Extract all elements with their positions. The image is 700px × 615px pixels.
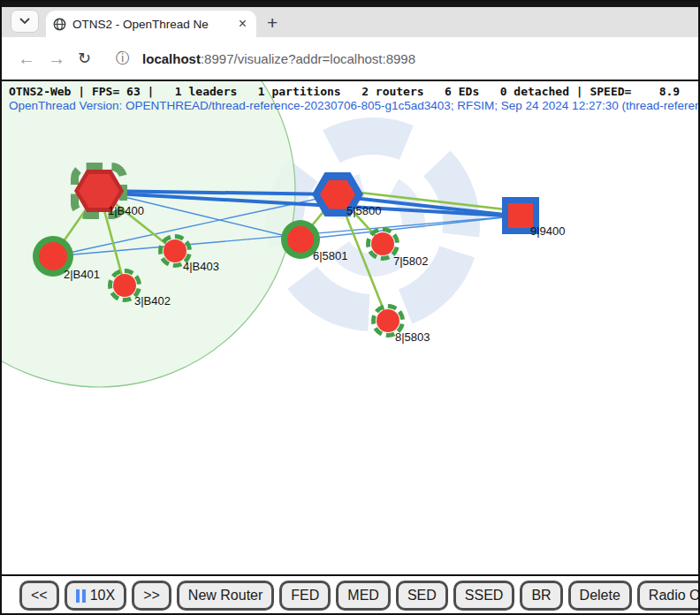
action-toolbar: <<10X>>New RouterFEDMEDSEDSSEDBRDeleteRa… [2,576,698,615]
radio-off-button-label: Radio Off [649,588,698,604]
pause-icon [76,589,86,603]
tab-strip: OTNS2 - OpenThread Ne × + [2,7,698,37]
br-button-label: BR [531,588,551,604]
delete-button-label: Delete [580,588,620,604]
network-links-layer [2,81,698,574]
tab-title: OTNS2 - OpenThread Ne [72,18,230,31]
back-icon[interactable]: ← [18,49,35,69]
sed-button-label: SED [407,588,437,604]
pause-speed-button[interactable]: 10X [65,581,126,611]
version-line: OpenThread Version: OPENTHREAD/thread-re… [9,99,698,112]
node-7-core [371,232,394,255]
med-button[interactable]: MED [336,581,391,611]
ssed-button[interactable]: SSED [453,581,515,611]
url-host: localhost [142,51,201,66]
sed-button[interactable]: SED [396,581,448,611]
site-info-icon[interactable]: ⓘ [116,49,130,68]
radio-range-circle [2,81,295,387]
tab-search-button[interactable] [11,10,39,33]
fed-button[interactable]: FED [279,581,331,611]
url-path: :8997/visualize?addr=localhost:8998 [201,51,415,66]
tab-close-icon[interactable]: × [236,17,249,31]
url-bar: ← → ↻ ⓘ localhost:8997/visualize?addr=lo… [2,37,698,80]
forward-icon[interactable]: → [48,49,65,69]
reload-icon[interactable]: ↻ [78,49,91,68]
speed-down-button-label: << [31,588,48,604]
new-tab-button[interactable]: + [256,12,288,37]
node-9-core [508,203,533,228]
browser-tab[interactable]: OTNS2 - OpenThread Ne × [46,11,256,37]
node-6-core [287,226,314,253]
pause-speed-button-label: 10X [90,588,115,604]
globe-favicon-icon [53,18,66,31]
node-4-label: 4|B403 [183,260,219,273]
node-7-label: 7|5802 [393,254,429,268]
br-button[interactable]: BR [520,581,562,611]
node-2-core [39,242,67,270]
speed-up-button-label: >> [143,588,160,604]
node-2-label: 2|B401 [64,268,100,281]
fed-button-label: FED [291,588,319,604]
node-8-core [377,309,399,332]
med-button-label: MED [347,588,379,604]
chevron-down-icon [19,18,30,25]
ssed-button-label: SSED [465,588,504,604]
browser-window: OTNS2 - OpenThread Ne × + ← → ↻ ⓘ localh… [0,0,700,615]
node-3-core [113,274,136,297]
address-input[interactable]: localhost:8997/visualize?addr=localhost:… [142,51,415,66]
new-router-button[interactable]: New Router [177,581,274,611]
network-canvas[interactable]: OTNS2-Web | FPS= 63 | 1 leaders 1 partit… [2,81,698,574]
node-5-label: 5|5800 [346,204,382,217]
node-6-label: 6|5801 [313,249,348,262]
status-bar: OTNS2-Web | FPS= 63 | 1 leaders 1 partit… [9,85,680,98]
new-router-button-label: New Router [188,588,262,604]
node-3-label: 3|B402 [134,294,171,308]
speed-down-button[interactable]: << [19,581,59,611]
speed-up-button[interactable]: >> [132,581,171,611]
delete-button[interactable]: Delete [568,581,632,611]
node-1-label: 1|B400 [108,204,144,217]
node-9-label: 9|9400 [530,224,566,238]
radio-off-button[interactable]: Radio Off [637,581,698,611]
node-8-label: 8|5803 [395,330,430,344]
